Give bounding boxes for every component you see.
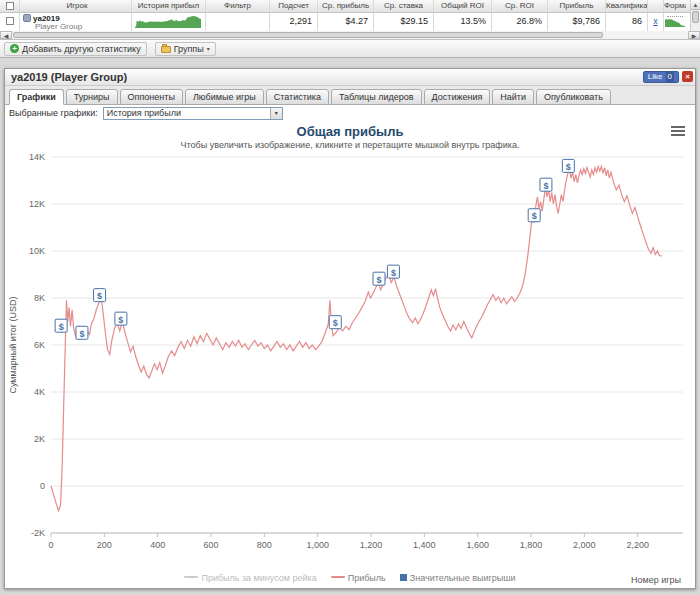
qualification-value: 86 xyxy=(606,13,648,31)
results-table: Игрок История прибыл Фильтр Подсчет Ср. … xyxy=(0,0,700,31)
select-all-checkbox-cell[interactable] xyxy=(0,0,20,12)
graph-select[interactable]: История прибыли ▾ xyxy=(103,107,283,120)
legend-label: Прибыль за минусом рейка xyxy=(201,573,316,583)
select-all-checkbox[interactable] xyxy=(6,2,14,10)
svg-text:2K: 2K xyxy=(34,434,45,444)
plus-icon: + xyxy=(10,44,19,53)
column-header-count[interactable]: Подсчет xyxy=(270,0,318,12)
tab-leaderboards[interactable]: Таблицы лидеров xyxy=(331,89,422,105)
profit-chart-plot[interactable]: -2K02K4K6K8K10K12K14K02004006008001,0001… xyxy=(5,151,695,569)
legend-label: Значительные выигрыши xyxy=(410,573,516,583)
svg-text:8K: 8K xyxy=(34,293,45,303)
avg-stake-value: $29.15 xyxy=(374,13,434,31)
profit-history-sparkline xyxy=(135,15,201,28)
svg-text:$: $ xyxy=(543,181,548,191)
legend-item[interactable]: Значительные выигрыши xyxy=(400,573,516,583)
chart-legend: Прибыль за минусом рейкаПрибыльЗначитель… xyxy=(5,573,695,583)
svg-text:$: $ xyxy=(566,162,571,172)
svg-text:1,800: 1,800 xyxy=(520,540,543,550)
legend-item[interactable]: Прибыль за минусом рейка xyxy=(184,573,316,583)
vertical-scroll-thumb[interactable] xyxy=(692,11,699,23)
form-sparkline xyxy=(665,18,685,27)
svg-text:0: 0 xyxy=(48,540,53,550)
add-statistic-label: Добавить другую статистику xyxy=(22,44,141,54)
tab-graphs[interactable]: Графики xyxy=(9,89,64,105)
svg-text:1,000: 1,000 xyxy=(306,540,329,550)
player-cell[interactable]: ya2019 Player Group xyxy=(20,13,132,31)
chart-subtitle: Чтобы увеличить изображение, кликните и … xyxy=(5,139,695,150)
like-count: 0 xyxy=(666,72,674,82)
svg-text:$: $ xyxy=(97,291,102,301)
column-header-profit-history[interactable]: История прибыл xyxy=(132,0,206,12)
svg-text:$: $ xyxy=(333,318,338,328)
svg-text:1,400: 1,400 xyxy=(413,540,436,550)
svg-text:$: $ xyxy=(59,322,64,332)
tab-tournaments[interactable]: Турниры xyxy=(66,89,118,105)
table-horizontal-scrollbar[interactable]: ◀ ▶ xyxy=(0,31,700,40)
profit-chart: Общая прибыль Чтобы увеличить изображени… xyxy=(5,121,695,588)
tab-achievements[interactable]: Достижения xyxy=(424,89,491,105)
scroll-up-arrow-icon[interactable]: ▲ xyxy=(691,0,700,10)
remove-link-cell[interactable]: x xyxy=(648,13,664,31)
toolbar: + Добавить другую статистику Группы ▾ xyxy=(0,40,700,58)
page: Игрок История прибыл Фильтр Подсчет Ср. … xyxy=(0,0,700,595)
svg-text:2,200: 2,200 xyxy=(626,540,649,550)
horizontal-scroll-thumb[interactable] xyxy=(13,32,603,38)
graph-select-row: Выбранные графики: История прибыли ▾ xyxy=(5,105,695,121)
graph-select-value: История прибыли xyxy=(107,108,181,118)
column-header-avg-stake[interactable]: Ср. ставка xyxy=(374,0,434,12)
svg-text:200: 200 xyxy=(97,540,112,550)
scroll-left-arrow-icon[interactable]: ◀ xyxy=(0,31,12,39)
folder-icon xyxy=(161,46,171,53)
svg-text:14K: 14K xyxy=(29,152,45,162)
svg-text:800: 800 xyxy=(257,540,272,550)
chart-menu-icon[interactable] xyxy=(671,126,685,137)
svg-text:2,000: 2,000 xyxy=(573,540,596,550)
column-header-qualification[interactable]: Квалификаци xyxy=(606,0,648,12)
panel-titlebar: ya2019 (Player Group) Like 0 × xyxy=(5,69,695,86)
table-header-row: Игрок История прибыл Фильтр Подсчет Ср. … xyxy=(0,0,700,13)
column-header-total-roi[interactable]: Общий ROI xyxy=(434,0,492,12)
column-header-spacer xyxy=(648,0,664,12)
profit-history-sparkline-cell[interactable] xyxy=(132,13,206,31)
legend-line-symbol xyxy=(331,576,345,578)
svg-text:Суммарный итог (USD): Суммарный итог (USD) xyxy=(8,296,18,393)
svg-text:1,200: 1,200 xyxy=(360,540,383,550)
svg-text:$: $ xyxy=(79,329,84,339)
player-group-icon xyxy=(23,14,31,22)
tab-opponents[interactable]: Оппоненты xyxy=(120,89,183,105)
column-header-avg-roi[interactable]: Ср. ROI xyxy=(492,0,548,12)
chart-x-axis-title: Номер игры xyxy=(631,575,681,585)
scroll-right-arrow-icon[interactable]: ▶ xyxy=(688,31,700,39)
like-button[interactable]: Like 0 xyxy=(643,71,679,83)
select-dropdown-icon: ▾ xyxy=(270,108,282,119)
svg-text:-2K: -2K xyxy=(31,528,45,538)
count-value: 2,291 xyxy=(270,13,318,31)
tab-statistics[interactable]: Статистика xyxy=(266,89,329,105)
column-header-profit[interactable]: Прибыль xyxy=(548,0,606,12)
profit-value: $9,786 xyxy=(548,13,606,31)
table-row[interactable]: ya2019 Player Group 2,291 $4.27 $29.15 1… xyxy=(0,13,700,31)
row-checkbox-cell[interactable] xyxy=(0,13,20,31)
svg-text:12K: 12K xyxy=(29,199,45,209)
close-icon[interactable]: × xyxy=(682,71,693,82)
tab-find[interactable]: Найти xyxy=(492,89,534,105)
remove-link[interactable]: x xyxy=(648,13,663,30)
groups-button[interactable]: Группы ▾ xyxy=(155,42,216,56)
table-vertical-scrollbar[interactable]: ▲ xyxy=(690,0,700,31)
filter-cell[interactable] xyxy=(206,13,270,31)
form-cell xyxy=(664,13,686,31)
row-checkbox[interactable] xyxy=(6,17,14,25)
column-header-form[interactable]: Форма xyxy=(664,0,686,12)
svg-text:1,600: 1,600 xyxy=(466,540,489,550)
like-label: Like xyxy=(648,72,663,82)
svg-text:$: $ xyxy=(118,315,123,325)
column-header-avg-profit[interactable]: Ср. прибыль xyxy=(318,0,374,12)
add-statistic-button[interactable]: + Добавить другую статистику xyxy=(4,42,147,56)
tab-publish[interactable]: Опубликовать xyxy=(536,89,611,105)
column-header-player[interactable]: Игрок xyxy=(20,0,132,12)
tab-favorite-games[interactable]: Любимые игры xyxy=(185,89,264,105)
column-header-filter[interactable]: Фильтр xyxy=(206,0,270,12)
avg-profit-value: $4.27 xyxy=(318,13,374,31)
legend-item[interactable]: Прибыль xyxy=(331,573,386,583)
